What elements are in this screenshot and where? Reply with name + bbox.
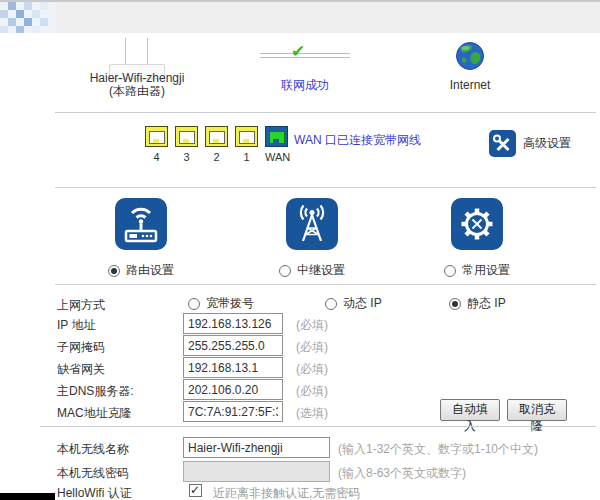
wireless-password-hint: (输入8-63个英文或数字) bbox=[338, 465, 466, 482]
mode-label: 中继设置 bbox=[297, 262, 345, 279]
wan-type-dynamic-ip[interactable]: 动态 IP bbox=[325, 295, 382, 312]
window-top-bar bbox=[0, 0, 600, 33]
mode-option-router: 路由设置 bbox=[86, 198, 196, 279]
port-label: 4 bbox=[145, 151, 168, 163]
advanced-settings-label: 高级设置 bbox=[523, 135, 571, 152]
gateway-field[interactable] bbox=[183, 357, 283, 378]
advanced-settings-button[interactable]: 高级设置 bbox=[489, 130, 571, 157]
mac-clone-field[interactable] bbox=[183, 401, 283, 422]
wan-type-static-ip[interactable]: 静态 IP bbox=[449, 295, 506, 312]
divider bbox=[40, 426, 596, 427]
port-label: WAN bbox=[265, 151, 288, 163]
radio-icon[interactable] bbox=[449, 298, 461, 310]
wireless-password-field bbox=[183, 461, 330, 482]
port-label: 3 bbox=[175, 151, 198, 163]
mac-clone-label: MAC地址克隆 bbox=[57, 405, 132, 422]
router-role-label: (本路由器) bbox=[57, 85, 217, 98]
optional-hint: (选填) bbox=[296, 405, 328, 422]
ip-address-field[interactable] bbox=[183, 313, 283, 334]
required-hint: (必填) bbox=[296, 317, 328, 334]
dns-server-label: 主DNS服务器: bbox=[57, 383, 134, 400]
dns-server-field[interactable] bbox=[183, 379, 283, 400]
lan-port-1 bbox=[235, 126, 258, 147]
internet-label: Internet bbox=[424, 79, 516, 92]
auto-fill-button[interactable]: 自动填入 bbox=[440, 399, 500, 421]
lan-port-2 bbox=[205, 126, 228, 147]
wireless-name-label: 本机无线名称 bbox=[57, 441, 129, 458]
internet-globe-icon bbox=[454, 40, 486, 72]
port-labels: 4 3 2 1 WAN bbox=[145, 151, 288, 163]
mode-label: 路由设置 bbox=[126, 262, 174, 279]
screenshot-artifact bbox=[0, 493, 55, 500]
mode-label: 常用设置 bbox=[462, 262, 510, 279]
divider bbox=[55, 187, 596, 188]
port-diagram bbox=[145, 126, 288, 147]
subnet-mask-field[interactable] bbox=[183, 335, 283, 356]
divider bbox=[55, 284, 596, 285]
mode-option-repeater: 中继设置 bbox=[257, 198, 367, 279]
router-wifi-icon bbox=[115, 198, 167, 250]
tools-icon bbox=[489, 130, 516, 157]
required-hint: (必填) bbox=[296, 361, 328, 378]
radio-icon[interactable] bbox=[444, 265, 456, 277]
radio-icon[interactable] bbox=[108, 265, 120, 277]
radio-icon[interactable] bbox=[188, 298, 200, 310]
cancel-clone-button[interactable]: 取消克隆 bbox=[507, 399, 567, 421]
mode-option-common: 常用设置 bbox=[422, 198, 532, 279]
radio-icon[interactable] bbox=[325, 298, 337, 310]
mosaic-decoration bbox=[0, 2, 56, 33]
wan-status-label: WAN 口已连接宽带网线 bbox=[294, 132, 421, 149]
mode-radio-repeater[interactable]: 中继设置 bbox=[279, 262, 345, 279]
wireless-password-label: 本机无线密码 bbox=[57, 465, 129, 482]
hellowifi-label: HelloWifi 认证 bbox=[57, 485, 132, 500]
gear-tools-icon bbox=[451, 198, 503, 250]
hellowifi-checkbox[interactable] bbox=[189, 484, 202, 497]
connection-check-icon bbox=[260, 50, 350, 66]
divider bbox=[55, 112, 596, 113]
connection-status-label: 联网成功 bbox=[260, 79, 350, 92]
wan-type-option-label: 宽带拨号 bbox=[206, 295, 254, 312]
ip-address-label: IP 地址 bbox=[57, 317, 95, 334]
radio-icon[interactable] bbox=[279, 265, 291, 277]
antenna-tower-icon bbox=[286, 198, 338, 250]
wan-type-label: 上网方式 bbox=[57, 297, 105, 314]
lan-port-3 bbox=[175, 126, 198, 147]
wan-type-pppoe[interactable]: 宽带拨号 bbox=[188, 295, 254, 312]
required-hint: (必填) bbox=[296, 383, 328, 400]
required-hint: (必填) bbox=[296, 339, 328, 356]
port-label: 2 bbox=[205, 151, 228, 163]
mode-radio-common[interactable]: 常用设置 bbox=[444, 262, 510, 279]
wan-type-option-label: 静态 IP bbox=[467, 295, 506, 312]
wireless-name-field[interactable] bbox=[183, 437, 330, 458]
mode-radio-router[interactable]: 路由设置 bbox=[108, 262, 174, 279]
gateway-label: 缺省网关 bbox=[57, 361, 105, 378]
wireless-name-hint: (输入1-32个英文、数字或1-10个中文) bbox=[338, 441, 538, 458]
wan-port bbox=[265, 126, 288, 147]
lan-port-4 bbox=[145, 126, 168, 147]
subnet-mask-label: 子网掩码 bbox=[57, 339, 105, 356]
port-label: 1 bbox=[235, 151, 258, 163]
wan-type-option-label: 动态 IP bbox=[343, 295, 382, 312]
router-setup-page: Haier-Wifi-zhengji (本路由器) 联网成功 Internet … bbox=[0, 0, 600, 500]
hellowifi-note: 近距离非接触认证,无需密码 bbox=[213, 485, 360, 500]
